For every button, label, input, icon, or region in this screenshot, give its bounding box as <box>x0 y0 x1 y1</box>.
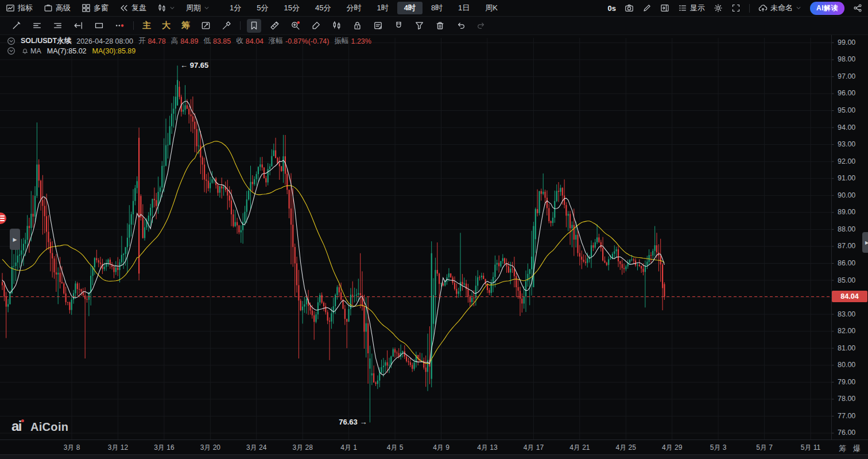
candlestick-chart[interactable]: ← 97.6576.63 → <box>0 34 868 459</box>
timeframe-1分[interactable]: 1分 <box>223 2 248 14</box>
indicator-name[interactable]: MA <box>21 47 41 55</box>
menu-advanced[interactable]: 高级 <box>44 3 71 13</box>
price-tick-label: 88.00 <box>838 225 866 233</box>
tool-ruler[interactable] <box>268 19 282 33</box>
menu-multi-window[interactable]: 多窗 <box>82 3 108 13</box>
tool-rectangle[interactable] <box>92 19 106 33</box>
display-settings-toggle[interactable]: 显示 <box>678 3 705 13</box>
menu-label: 指标 <box>18 3 33 13</box>
timeframe-8时[interactable]: 8时 <box>424 2 450 14</box>
price-tick-label: 80.00 <box>838 361 866 369</box>
tool-filter[interactable] <box>412 19 427 33</box>
settings-gear-icon[interactable] <box>714 3 723 13</box>
layout-name: 未命名 <box>770 3 793 13</box>
toggle-筹[interactable]: 筹 <box>839 443 846 454</box>
tool-price-line[interactable] <box>71 19 86 33</box>
tool-main-chart[interactable]: 主 <box>140 20 153 31</box>
price-tick-label: 95.00 <box>838 106 866 114</box>
ohlc-field: 振幅1.23% <box>334 36 371 46</box>
left-panel-expand-handle[interactable]: ▶ <box>10 229 20 250</box>
timeframe-15分[interactable]: 15分 <box>277 2 306 14</box>
tool-zoom[interactable] <box>288 19 303 33</box>
tool-delete[interactable] <box>433 19 447 33</box>
tool-undo[interactable] <box>454 19 468 33</box>
tool-note[interactable] <box>371 19 385 33</box>
price-tick-label: 82.00 <box>838 327 866 335</box>
timeframe-1日[interactable]: 1日 <box>451 2 476 14</box>
price-tick-label: 97.00 <box>838 72 866 80</box>
timeframe-group: 1分5分15分45分分时1时4时8时1日周K <box>223 2 505 14</box>
price-tick-label: 83.00 <box>838 310 866 318</box>
share-icon[interactable] <box>853 3 862 13</box>
tool-bookmark[interactable] <box>247 19 261 33</box>
tool-kline-settings[interactable] <box>330 19 344 33</box>
timeframe-周K[interactable]: 周K <box>478 2 505 14</box>
price-tick-label: 98.00 <box>838 55 866 63</box>
timeframe-5分[interactable]: 5分 <box>250 2 275 14</box>
price-tick-label: 76.00 <box>838 429 866 437</box>
date-tick-label: 4月 21 <box>569 443 590 453</box>
tool-lock[interactable] <box>350 19 365 33</box>
candle-type-icon <box>157 3 166 13</box>
add-panel-icon[interactable] <box>660 3 669 13</box>
tool-magnet[interactable] <box>392 19 406 33</box>
ma7-value: MA(7):85.02 <box>47 47 87 55</box>
date-tick-label: 3月 28 <box>293 443 313 453</box>
last-price-badge: 84.04 <box>832 291 867 302</box>
price-tick-label: 92.00 <box>838 157 866 165</box>
price-tick-label: 93.00 <box>838 140 866 148</box>
price-tick-label: 94.00 <box>838 124 866 132</box>
ohlc-values: 开84.78高84.89低83.85收84.04涨幅-0.87%(-0.74)振… <box>138 36 371 46</box>
tool-draw-line[interactable] <box>9 19 24 33</box>
edit-pencil-icon[interactable] <box>642 3 652 13</box>
right-panel-expand-handle[interactable]: ▶ <box>862 232 868 253</box>
menu-replay[interactable]: 复盘 <box>119 3 146 13</box>
price-tick-label: 79.00 <box>838 378 866 386</box>
date-tick-label: 3月 8 <box>64 443 80 453</box>
date-tick-label: 4月 9 <box>433 443 450 453</box>
tool-large-chart[interactable]: 大 <box>160 20 173 31</box>
tool-eraser[interactable] <box>219 19 234 33</box>
layout-name-selector[interactable]: 未命名 <box>758 3 801 13</box>
menu-label: 多窗 <box>94 3 108 13</box>
svg-text:← 97.65: ← 97.65 <box>180 61 208 70</box>
multi-window-icon <box>82 3 91 13</box>
chart-area[interactable]: ← 97.6576.63 → SOL/USDT永续 2026-04-28 08:… <box>0 34 868 459</box>
date-tick-label: 5月 11 <box>801 443 820 453</box>
screenshot-camera-icon[interactable] <box>625 3 634 13</box>
ai-analysis-button[interactable]: AI解读 <box>810 2 844 15</box>
tool-edit-layout[interactable] <box>199 19 213 33</box>
timeframe-1时[interactable]: 1时 <box>370 2 395 14</box>
timeframe-4时[interactable]: 4时 <box>397 2 423 14</box>
period-selector[interactable]: 周期 <box>186 3 210 13</box>
tool-indicator-list[interactable] <box>30 19 44 33</box>
menu-indicators[interactable]: 指标 <box>6 3 33 13</box>
price-tick-label: 86.00 <box>838 259 866 267</box>
topbar-menus: 指标高级多窗复盘 <box>6 3 146 13</box>
menu-label: 复盘 <box>131 3 146 13</box>
tool-redo[interactable] <box>474 19 489 33</box>
replay-icon <box>119 3 129 13</box>
ohlc-field: 涨幅-0.87%(-0.74) <box>269 36 329 46</box>
date-tick-label: 4月 29 <box>662 443 682 453</box>
alert-bell-icon[interactable] <box>21 47 29 55</box>
symbol-name[interactable]: SOL/USDT永续 <box>21 36 71 46</box>
collapse-circle-icon[interactable] <box>7 37 16 45</box>
menu-label: 高级 <box>56 3 71 13</box>
toggle-爆[interactable]: 爆 <box>853 443 861 454</box>
collapse-circle-icon[interactable] <box>7 47 16 55</box>
timeframe-45分[interactable]: 45分 <box>308 2 338 14</box>
bar-datetime: 2026-04-28 08:00 <box>76 37 133 45</box>
date-tick-label: 3月 20 <box>200 443 220 453</box>
advanced-icon <box>44 3 53 13</box>
tool-more-drawings[interactable] <box>113 19 127 33</box>
price-tick-label: 91.00 <box>838 174 866 182</box>
tool-chips-chart[interactable]: 筹 <box>179 20 192 31</box>
chevron-down-icon <box>204 5 210 11</box>
divider <box>749 4 750 13</box>
tool-template-list[interactable] <box>51 19 65 33</box>
timeframe-分时[interactable]: 分时 <box>339 2 368 14</box>
tool-brush[interactable] <box>309 19 323 33</box>
chart-type-selector[interactable] <box>157 3 175 13</box>
fullscreen-icon[interactable] <box>731 3 741 13</box>
